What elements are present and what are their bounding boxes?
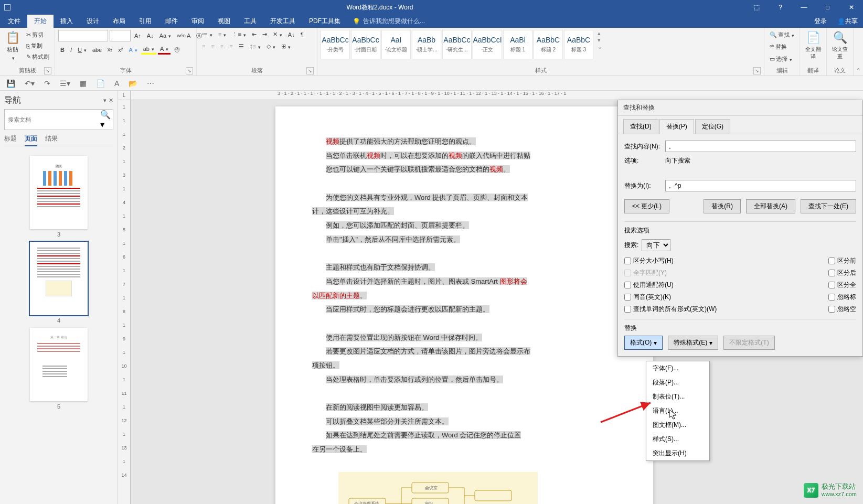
text-effects-button[interactable]: A	[126, 46, 139, 54]
style-item[interactable]: AaBb·硕士学...	[412, 30, 441, 59]
qat-repeat-icon[interactable]: ☰▾	[58, 78, 72, 89]
tab-view[interactable]: 视图	[211, 15, 237, 28]
tab-review[interactable]: 审阅	[185, 15, 211, 28]
tell-me-search[interactable]: 💡 告诉我您想要做什么...	[347, 15, 430, 28]
paragraph[interactable]: 在另一个设备上。	[312, 443, 616, 456]
style-item[interactable]: AaBbCc·封面日期	[351, 30, 380, 59]
horizontal-ruler[interactable]: 3 · 1 · 2 · 1 · 1 · 1 · · 1 · 1 · 1 · 2 …	[131, 91, 863, 100]
font-launcher[interactable]	[186, 67, 193, 74]
style-gallery[interactable]: AaBbCc·分类号AaBbCc·封面日期AaI·论文标题AaBb·硕士学...…	[321, 30, 593, 59]
style-item[interactable]: AaBbCcI·正文	[473, 30, 502, 59]
style-item[interactable]: AaBbC标题 3	[564, 30, 593, 59]
tab-references[interactable]: 引用	[132, 15, 158, 28]
tab-tools[interactable]: 工具	[237, 15, 263, 28]
full-translate-button[interactable]: 📄 全文翻译	[803, 30, 823, 61]
cb-ignore-space[interactable]: 忽略空	[828, 305, 856, 314]
maximize-button[interactable]: □	[816, 0, 839, 15]
search-direction-select[interactable]: 向下	[642, 239, 670, 251]
justify-button[interactable]: ≡	[227, 42, 235, 51]
multilevel-button[interactable]: ⋮≡	[230, 30, 248, 39]
nav-search-input[interactable]	[5, 110, 100, 130]
italic-button[interactable]: I	[68, 46, 74, 54]
shrink-font-button[interactable]: A↓	[145, 31, 156, 40]
paragraph[interactable]: 单击"插入"，然后从不同库中选择所需元素。	[312, 233, 616, 246]
paragraph[interactable]	[312, 387, 616, 400]
shading-button[interactable]: ◇	[264, 42, 278, 51]
select-button[interactable]: ▭ 选择	[768, 54, 794, 64]
document-page[interactable]: 视频提供了功能强大的方法帮助您证明您的观点。 当您单击联机视频时，可以在想要添加…	[275, 106, 653, 504]
minimize-button[interactable]: —	[792, 0, 816, 15]
paragraph[interactable]: 为使您的文档具有专业外观，Word 提供了页眉、页脚、封面和文本	[312, 191, 616, 205]
paragraph[interactable]: 视频提供了功能强大的方法帮助您证明您的观点。	[312, 135, 616, 148]
tab-mailings[interactable]: 邮件	[158, 15, 185, 28]
cb-word-forms[interactable]: 查找单词的所有形式(英文)(W)	[624, 305, 717, 314]
align-left-button[interactable]: ≡	[200, 42, 207, 51]
align-right-button[interactable]: ≡	[218, 42, 226, 51]
nav-close-icon[interactable]: ✕	[109, 97, 113, 104]
tab-goto[interactable]: 定位(G)	[695, 119, 730, 134]
decrease-indent-button[interactable]: ⇤	[250, 30, 259, 39]
qat-redo-icon[interactable]: ↷	[42, 78, 52, 89]
subscript-button[interactable]: x₂	[105, 45, 115, 54]
nav-tab-pages[interactable]: 页面	[25, 134, 37, 146]
asian-layout-button[interactable]: ✕	[271, 30, 284, 39]
style-item[interactable]: AaBbC标题 2	[534, 30, 563, 59]
paragraph[interactable]: 若要更改图片适应文档的方式，请单击该图片，图片旁边将会显示布	[312, 345, 616, 358]
paragraph[interactable]: 您也可以键入一个关键字以联机搜索最适合您的文档的视频。	[312, 163, 616, 176]
format-menu-item[interactable]: 图文框(M)...	[646, 418, 709, 432]
format-menu-item[interactable]: 段落(P)...	[646, 376, 709, 390]
embedded-diagram[interactable]: 会议管理系统会议室审批	[338, 472, 538, 504]
paragraph[interactable]: 在新的阅读视图中阅读更加容易。	[312, 401, 616, 414]
numbering-button[interactable]: ≡	[216, 30, 228, 39]
login-button[interactable]: 登录	[809, 15, 832, 28]
format-button[interactable]: 格式(O) ▾	[624, 336, 663, 350]
grow-font-button[interactable]: A↑	[132, 31, 143, 40]
line-spacing-button[interactable]: ‡≡	[248, 42, 263, 51]
change-case-button[interactable]: Aa	[157, 31, 173, 40]
gallery-more-icon[interactable]: ⌄	[598, 44, 602, 50]
close-button[interactable]: ✕	[839, 0, 863, 15]
paragraph[interactable]: 可以折叠文档某些部分并关注所需文本。	[312, 415, 616, 428]
cut-button[interactable]: 剪切	[24, 30, 51, 40]
replace-all-button[interactable]: 全部替换(A)	[746, 199, 795, 213]
increase-indent-button[interactable]: ⇥	[260, 30, 269, 39]
paragraph[interactable]: 项按钮。	[312, 359, 616, 372]
style-item[interactable]: AaBbCc·研究生...	[442, 30, 472, 59]
sort-button[interactable]: A↓	[286, 30, 297, 39]
style-item[interactable]: AaI·论文标题	[381, 30, 411, 59]
ruler-corner[interactable]: L	[118, 91, 131, 100]
enclose-char-button[interactable]: ㊕	[172, 45, 182, 55]
copy-button[interactable]: 复制	[24, 41, 51, 51]
distribute-button[interactable]: ☰	[237, 42, 246, 51]
qat-undo-icon[interactable]: ↶▾	[23, 78, 37, 89]
paragraph[interactable]: 当应用样式时，您的标题会进行更改以匹配新的主题。	[312, 303, 616, 316]
borders-button[interactable]: ⊞	[279, 42, 293, 51]
cb-ignore-punct[interactable]: 忽略标	[828, 293, 856, 302]
tab-pdf[interactable]: PDF工具集	[302, 15, 347, 28]
paragraph-launcher[interactable]	[306, 67, 314, 74]
cb-match-case[interactable]: 区分大小写(H)	[624, 256, 717, 265]
cb-wildcards[interactable]: 使用通配符(U)	[624, 281, 717, 289]
page-thumbnail[interactable]: 第一章 绪论	[30, 328, 88, 401]
highlight-button[interactable]: ab	[141, 45, 156, 55]
qat-more-icon[interactable]: ⋯	[145, 78, 156, 89]
superscript-button[interactable]: x²	[116, 46, 125, 54]
style-item[interactable]: AaBl标题 1	[503, 30, 532, 59]
qat-open-icon[interactable]: 📂	[126, 78, 140, 89]
paragraph[interactable]: 当处理表格时，单击要添加行或列的位置，然后单击加号。	[312, 373, 616, 387]
cb-halfwidth[interactable]: 区分全	[828, 281, 856, 289]
font-size-combo[interactable]	[110, 30, 131, 41]
ribbon-display-icon[interactable]: ⬚	[745, 0, 769, 15]
cb-suffix[interactable]: 区分后	[828, 269, 856, 277]
paragraph[interactable]	[312, 317, 616, 330]
format-painter-button[interactable]: 格式刷	[24, 52, 51, 62]
paragraph[interactable]	[312, 248, 616, 261]
cb-sounds-like[interactable]: 同音(英文)(K)	[624, 293, 717, 302]
paragraph[interactable]: 主题和样式也有助于文档保持协调。	[312, 261, 616, 274]
styles-launcher[interactable]	[753, 67, 761, 74]
paragraph[interactable]: 当您单击设计并选择新的主题时，图片、图表或 SmartArt 图形将会	[312, 275, 616, 288]
nav-dropdown-icon[interactable]: ▾	[103, 97, 106, 104]
underline-button[interactable]: U	[76, 46, 89, 54]
paragraph[interactable]: 使用在需要位置出现的新按钮在 Word 中保存时间。	[312, 331, 616, 345]
paste-button[interactable]: 📋 粘贴	[3, 30, 22, 62]
